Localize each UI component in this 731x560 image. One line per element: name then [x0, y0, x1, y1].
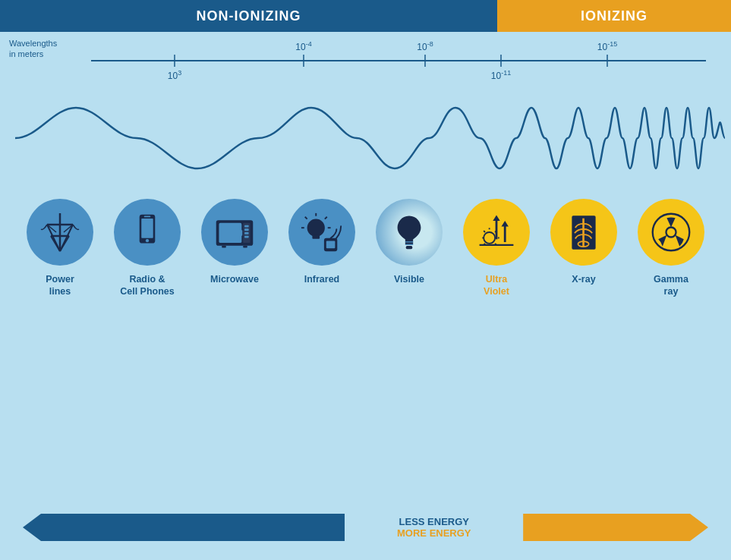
svg-point-63 [666, 227, 676, 237]
less-energy-arrow [23, 514, 345, 541]
svg-rect-32 [222, 246, 226, 248]
gamma-circle [638, 199, 704, 266]
svg-rect-33 [243, 246, 247, 248]
microwave-icon [213, 213, 256, 251]
svg-line-57 [484, 231, 485, 232]
svg-point-34 [307, 219, 325, 237]
energy-labels: LESS ENERGY MORE ENERGY [345, 516, 523, 539]
ultraviolet-icon [475, 211, 518, 253]
more-energy-arrow [523, 514, 708, 541]
radio-cell-item: Radio &Cell Phones [108, 199, 187, 298]
svg-text:10-15: 10-15 [597, 40, 617, 52]
svg-text:10-11: 10-11 [491, 69, 511, 81]
wave-svg [0, 93, 731, 184]
svg-rect-23 [144, 216, 151, 218]
gamma-item: Gammaray [632, 199, 711, 298]
infrared-circle [288, 199, 355, 266]
svg-rect-29 [244, 232, 249, 234]
ultraviolet-item: UltraViolet [457, 199, 537, 298]
nonionizing-label: NON-IONIZING [196, 8, 301, 24]
svg-point-50 [484, 232, 495, 244]
icons-row: Powerlines Radio &Cell Phones [0, 184, 731, 298]
energy-row: LESS ENERGY MORE ENERGY [0, 514, 731, 541]
radio-cell-circle [114, 199, 181, 266]
xray-label: X-ray [572, 273, 595, 285]
svg-marker-49 [502, 221, 509, 226]
ultraviolet-circle [463, 199, 530, 266]
ionizing-label: IONIZING [581, 8, 648, 24]
svg-rect-45 [406, 246, 413, 249]
microwave-circle [201, 199, 268, 266]
svg-text:10-4: 10-4 [295, 40, 311, 52]
infrared-item: Infrared [282, 199, 362, 285]
power-lines-item: Powerlines [20, 199, 100, 298]
nonionizing-header: NON-IONIZING [0, 0, 497, 32]
svg-point-22 [146, 239, 149, 242]
xray-circle [550, 199, 617, 266]
power-lines-label: Powerlines [46, 273, 74, 298]
visible-circle [376, 199, 443, 266]
scale-svg: 103 10-4 10-8 10-11 10-15 [0, 32, 731, 93]
svg-line-37 [325, 217, 327, 219]
microwave-label: Microwave [210, 273, 259, 285]
header-bar: NON-IONIZING IONIZING [0, 0, 731, 32]
ionizing-header: IONIZING [497, 0, 731, 32]
visible-icon [392, 209, 426, 255]
wavelength-scale: Wavelengths in meters 103 10-4 10-8 10-1… [0, 32, 731, 93]
ultraviolet-label: UltraViolet [484, 273, 509, 298]
svg-line-16 [51, 236, 60, 251]
svg-text:10-8: 10-8 [417, 40, 433, 52]
svg-line-39 [305, 217, 307, 219]
radio-cell-label: Radio &Cell Phones [120, 273, 175, 298]
svg-rect-21 [141, 219, 153, 238]
visible-item: Visible [370, 199, 449, 285]
more-energy-text: MORE ENERGY [397, 527, 471, 539]
svg-line-17 [60, 236, 69, 251]
infrared-label: Infrared [304, 273, 340, 285]
svg-rect-30 [244, 236, 249, 238]
svg-marker-47 [493, 216, 499, 221]
xray-item: X-ray [544, 199, 624, 285]
svg-rect-27 [244, 225, 249, 228]
radio-cell-icon [131, 209, 164, 255]
visible-label: Visible [394, 273, 424, 285]
svg-line-52 [495, 231, 496, 232]
power-lines-icon [39, 209, 80, 255]
infrared-icon [300, 210, 344, 254]
power-lines-circle [27, 199, 93, 266]
svg-rect-42 [326, 241, 336, 249]
svg-rect-25 [219, 223, 241, 243]
svg-rect-28 [244, 228, 249, 231]
svg-text:103: 103 [168, 69, 181, 81]
gamma-label: Gammaray [654, 273, 688, 298]
svg-rect-31 [241, 230, 242, 235]
less-energy-text: LESS ENERGY [399, 516, 469, 527]
svg-rect-35 [312, 235, 320, 239]
microwave-item: Microwave [195, 199, 275, 285]
gamma-icon [650, 211, 692, 253]
wave-section [0, 93, 731, 184]
xray-icon [564, 210, 603, 254]
